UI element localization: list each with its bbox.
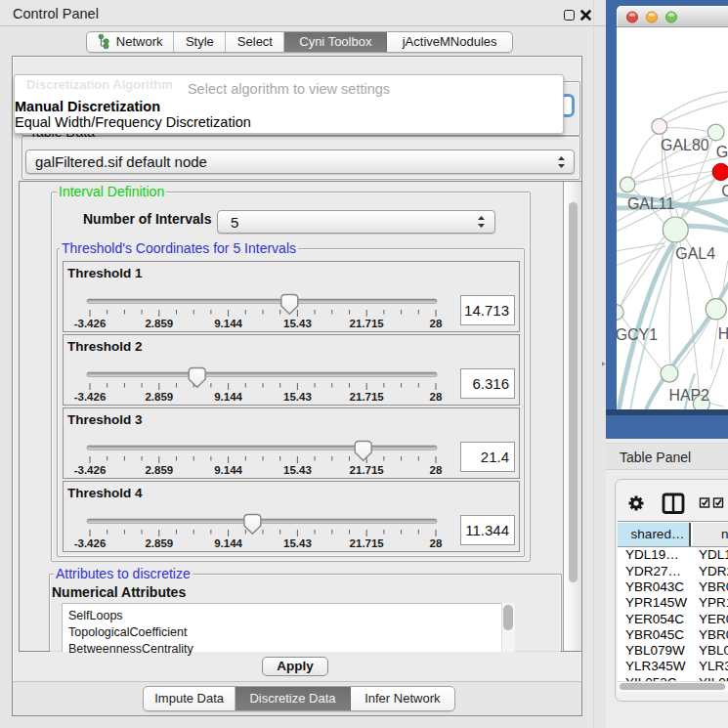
svg-text:-3.426: -3.426 (74, 391, 107, 403)
svg-text:GA: GA (716, 144, 728, 160)
svg-text:H: H (718, 325, 728, 342)
svg-text:-3.426: -3.426 (74, 464, 107, 476)
svg-text:21.715: 21.715 (350, 318, 385, 329)
svg-text:2.859: 2.859 (145, 318, 173, 329)
svg-text:GCY1: GCY1 (617, 326, 658, 343)
svg-text:28: 28 (430, 537, 443, 549)
svg-text:2.859: 2.859 (145, 537, 173, 549)
svg-text:28: 28 (430, 318, 443, 329)
svg-text:15.43: 15.43 (283, 391, 312, 403)
svg-text:-3.426: -3.426 (74, 318, 107, 329)
svg-text:9.144: 9.144 (214, 318, 242, 329)
svg-text:15.43: 15.43 (283, 464, 312, 476)
svg-text:GAL4: GAL4 (675, 245, 715, 262)
svg-text:28: 28 (430, 391, 443, 403)
svg-text:2.859: 2.859 (145, 391, 173, 403)
svg-text:9.144: 9.144 (214, 391, 242, 403)
svg-text:15.43: 15.43 (283, 537, 312, 549)
svg-text:21.715: 21.715 (350, 464, 385, 476)
svg-text:21.715: 21.715 (350, 537, 385, 549)
svg-text:C: C (721, 183, 728, 199)
svg-text:HAP2: HAP2 (668, 387, 709, 404)
svg-text:-3.426: -3.426 (74, 537, 107, 549)
svg-text:21.715: 21.715 (350, 391, 385, 403)
svg-text:2.859: 2.859 (145, 464, 173, 476)
svg-text:GAL11: GAL11 (627, 195, 674, 212)
svg-text:9.144: 9.144 (214, 464, 242, 476)
svg-text:15.43: 15.43 (283, 318, 312, 329)
svg-text:9.144: 9.144 (214, 537, 242, 549)
svg-text:28: 28 (430, 464, 443, 476)
svg-text:GAL80: GAL80 (661, 137, 709, 153)
